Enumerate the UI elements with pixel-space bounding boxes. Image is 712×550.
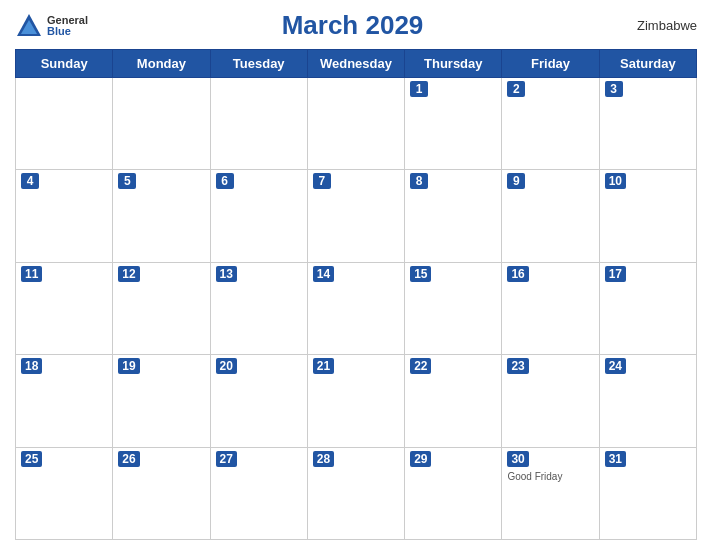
day-number: 23 (507, 358, 528, 374)
calendar-week-1: 123 (16, 78, 697, 170)
logo-blue-label: Blue (47, 26, 88, 37)
holiday-label: Good Friday (507, 471, 593, 482)
calendar-cell: 28 (307, 447, 404, 539)
calendar-cell: 22 (405, 355, 502, 447)
logo-text: General Blue (47, 15, 88, 37)
calendar-cell: 2 (502, 78, 599, 170)
day-number: 12 (118, 266, 139, 282)
calendar-header: General Blue March 2029 Zimbabwe (15, 10, 697, 41)
weekday-header-row: SundayMondayTuesdayWednesdayThursdayFrid… (16, 50, 697, 78)
day-number: 21 (313, 358, 334, 374)
calendar-cell: 21 (307, 355, 404, 447)
calendar-cell: 26 (113, 447, 210, 539)
calendar-week-3: 11121314151617 (16, 262, 697, 354)
calendar-cell: 13 (210, 262, 307, 354)
calendar-cell: 14 (307, 262, 404, 354)
day-number: 3 (605, 81, 623, 97)
day-number: 11 (21, 266, 42, 282)
day-number: 31 (605, 451, 626, 467)
calendar-cell (113, 78, 210, 170)
calendar-cell: 16 (502, 262, 599, 354)
day-number: 27 (216, 451, 237, 467)
day-number: 24 (605, 358, 626, 374)
calendar-cell: 5 (113, 170, 210, 262)
calendar-cell: 6 (210, 170, 307, 262)
day-number: 16 (507, 266, 528, 282)
weekday-header-saturday: Saturday (599, 50, 696, 78)
country-label: Zimbabwe (617, 18, 697, 33)
day-number: 6 (216, 173, 234, 189)
logo: General Blue (15, 12, 88, 40)
logo-icon (15, 12, 43, 40)
day-number: 29 (410, 451, 431, 467)
calendar-cell: 12 (113, 262, 210, 354)
calendar-cell: 10 (599, 170, 696, 262)
calendar-cell: 7 (307, 170, 404, 262)
day-number: 17 (605, 266, 626, 282)
calendar-cell: 29 (405, 447, 502, 539)
calendar-cell: 11 (16, 262, 113, 354)
day-number: 8 (410, 173, 428, 189)
calendar-cell: 17 (599, 262, 696, 354)
calendar-cell: 31 (599, 447, 696, 539)
calendar-cell: 23 (502, 355, 599, 447)
weekday-header-wednesday: Wednesday (307, 50, 404, 78)
day-number: 15 (410, 266, 431, 282)
calendar-cell (307, 78, 404, 170)
calendar-table: SundayMondayTuesdayWednesdayThursdayFrid… (15, 49, 697, 540)
calendar-week-5: 252627282930Good Friday31 (16, 447, 697, 539)
day-number: 4 (21, 173, 39, 189)
day-number: 26 (118, 451, 139, 467)
calendar-cell: 30Good Friday (502, 447, 599, 539)
calendar-tbody: 1234567891011121314151617181920212223242… (16, 78, 697, 540)
calendar-cell: 8 (405, 170, 502, 262)
calendar-cell: 18 (16, 355, 113, 447)
weekday-header-thursday: Thursday (405, 50, 502, 78)
calendar-cell: 1 (405, 78, 502, 170)
day-number: 20 (216, 358, 237, 374)
weekday-header-tuesday: Tuesday (210, 50, 307, 78)
day-number: 13 (216, 266, 237, 282)
calendar-cell: 15 (405, 262, 502, 354)
day-number: 25 (21, 451, 42, 467)
day-number: 28 (313, 451, 334, 467)
calendar-week-2: 45678910 (16, 170, 697, 262)
calendar-week-4: 18192021222324 (16, 355, 697, 447)
calendar-cell: 3 (599, 78, 696, 170)
day-number: 30 (507, 451, 528, 467)
day-number: 9 (507, 173, 525, 189)
calendar-cell: 27 (210, 447, 307, 539)
weekday-header-monday: Monday (113, 50, 210, 78)
day-number: 2 (507, 81, 525, 97)
calendar-cell (16, 78, 113, 170)
weekday-header-sunday: Sunday (16, 50, 113, 78)
calendar-title: March 2029 (88, 10, 617, 41)
calendar-cell: 9 (502, 170, 599, 262)
calendar-cell: 25 (16, 447, 113, 539)
calendar-cell: 24 (599, 355, 696, 447)
day-number: 7 (313, 173, 331, 189)
day-number: 14 (313, 266, 334, 282)
calendar-cell: 19 (113, 355, 210, 447)
calendar-cell (210, 78, 307, 170)
day-number: 19 (118, 358, 139, 374)
calendar-thead: SundayMondayTuesdayWednesdayThursdayFrid… (16, 50, 697, 78)
day-number: 22 (410, 358, 431, 374)
day-number: 18 (21, 358, 42, 374)
day-number: 1 (410, 81, 428, 97)
weekday-header-friday: Friday (502, 50, 599, 78)
day-number: 5 (118, 173, 136, 189)
calendar-cell: 4 (16, 170, 113, 262)
calendar-cell: 20 (210, 355, 307, 447)
day-number: 10 (605, 173, 626, 189)
logo-general-label: General (47, 15, 88, 26)
